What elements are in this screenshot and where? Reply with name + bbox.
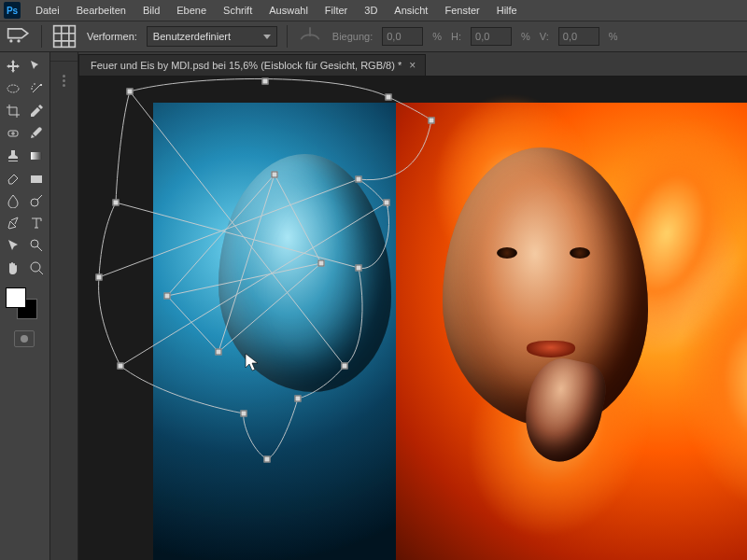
collapsed-panel-strip[interactable] <box>50 52 78 560</box>
warp-handle[interactable] <box>429 118 435 124</box>
warp-handle[interactable] <box>264 456 271 463</box>
menu-window[interactable]: Fenster <box>437 2 486 19</box>
warp-handle[interactable] <box>384 200 390 206</box>
document-tab-title: Feuer und Eis by MDI.psd bei 15,6% (Eisb… <box>91 60 402 71</box>
menu-layer[interactable]: Ebene <box>169 2 214 19</box>
eraser-tool[interactable] <box>2 168 23 189</box>
gradient-tool[interactable] <box>25 146 47 166</box>
menu-bar: Ps Datei Bearbeiten Bild Ebene Schrift A… <box>0 0 747 21</box>
menu-edit[interactable]: Bearbeiten <box>69 2 134 19</box>
svg-point-0 <box>9 39 12 42</box>
menu-3d[interactable]: 3D <box>357 2 385 19</box>
svg-rect-6 <box>31 175 42 183</box>
brush-tool[interactable] <box>25 123 47 144</box>
svg-point-7 <box>31 199 38 206</box>
type-tool[interactable] <box>25 213 47 233</box>
menu-image[interactable]: Bild <box>135 2 167 19</box>
warp-preset-value: Benutzerdefiniert <box>153 31 231 42</box>
rotate-tool[interactable] <box>25 258 47 278</box>
warp-preset-select[interactable]: Benutzerdefiniert <box>147 26 277 47</box>
stamp-tool[interactable] <box>2 146 23 166</box>
warp-handle[interactable] <box>295 396 302 402</box>
artboard-tool[interactable] <box>25 56 47 77</box>
warp-handle[interactable] <box>272 172 278 178</box>
color-swatches[interactable] <box>2 286 47 325</box>
menu-filter[interactable]: Filter <box>317 2 355 19</box>
warp-handle[interactable] <box>262 78 269 85</box>
warp-grid-icon[interactable] <box>51 25 78 48</box>
fg-color-swatch[interactable] <box>6 287 26 308</box>
menu-view[interactable]: Ansicht <box>387 2 435 19</box>
hand-tool[interactable] <box>2 258 23 278</box>
svg-point-1 <box>17 39 20 42</box>
warp-handle[interactable] <box>356 265 362 272</box>
menu-type[interactable]: Schrift <box>216 2 260 19</box>
warp-handle[interactable] <box>216 349 222 356</box>
menu-select[interactable]: Auswahl <box>261 2 316 19</box>
canvas[interactable] <box>78 77 747 560</box>
move-tool[interactable] <box>2 56 23 77</box>
cursor-icon <box>245 353 261 371</box>
orientation-icon[interactable] <box>297 25 323 48</box>
heal-tool[interactable] <box>2 123 23 144</box>
h-label: H: <box>451 31 461 42</box>
quickmask-button[interactable] <box>14 330 35 347</box>
warp-handle[interactable] <box>342 363 348 370</box>
options-bar: Verformen: Benutzerdefiniert Biegung: % … <box>0 21 747 52</box>
artwork <box>153 103 747 560</box>
bucket-tool[interactable] <box>25 168 47 189</box>
svg-rect-5 <box>31 152 42 160</box>
warp-handle[interactable] <box>356 176 362 183</box>
warp-handle[interactable] <box>164 293 171 300</box>
warp-handle[interactable] <box>118 363 124 370</box>
v-input[interactable] <box>558 27 599 46</box>
h-input[interactable] <box>471 27 512 46</box>
transform-tool-icon[interactable] <box>6 25 32 48</box>
bend-input[interactable] <box>382 27 423 46</box>
document-tab[interactable]: Feuer und Eis by MDI.psd bei 15,6% (Eisb… <box>78 54 426 76</box>
pct-label: % <box>609 31 618 42</box>
chevron-down-icon <box>263 35 271 39</box>
svg-point-8 <box>31 240 38 247</box>
divider <box>41 25 42 48</box>
warp-handle[interactable] <box>96 274 103 281</box>
crop-tool[interactable] <box>2 101 23 121</box>
dodge-tool[interactable] <box>25 190 47 211</box>
close-icon[interactable]: × <box>409 60 416 71</box>
blur-tool[interactable] <box>2 190 23 211</box>
eyedropper-tool[interactable] <box>25 101 47 121</box>
document-area: Feuer und Eis by MDI.psd bei 15,6% (Eisb… <box>78 52 747 560</box>
warp-handle[interactable] <box>318 260 325 267</box>
warp-handle[interactable] <box>113 200 120 206</box>
menu-help[interactable]: Hilfe <box>489 2 525 19</box>
pct-label: % <box>521 31 530 42</box>
v-label: V: <box>540 31 549 42</box>
pen-tool[interactable] <box>2 213 23 233</box>
pct-label: % <box>432 31 442 42</box>
svg-point-3 <box>7 85 19 92</box>
divider <box>287 25 288 48</box>
warp-handle[interactable] <box>127 89 134 95</box>
app-logo-icon: Ps <box>4 2 21 19</box>
zoom-tool[interactable] <box>25 235 47 256</box>
warp-handle[interactable] <box>386 94 392 101</box>
magic-wand-tool[interactable] <box>25 78 47 99</box>
svg-rect-2 <box>54 26 76 48</box>
warp-label: Verformen: <box>87 31 137 42</box>
warp-handle[interactable] <box>241 411 247 417</box>
marquee-tool[interactable] <box>2 78 23 99</box>
bend-label: Biegung: <box>332 31 373 42</box>
workspace: Feuer und Eis by MDI.psd bei 15,6% (Eisb… <box>0 52 747 560</box>
menu-file[interactable]: Datei <box>28 2 67 19</box>
toolbox <box>0 52 50 560</box>
document-tab-bar: Feuer und Eis by MDI.psd bei 15,6% (Eisb… <box>78 52 747 77</box>
path-select-tool[interactable] <box>2 235 23 256</box>
